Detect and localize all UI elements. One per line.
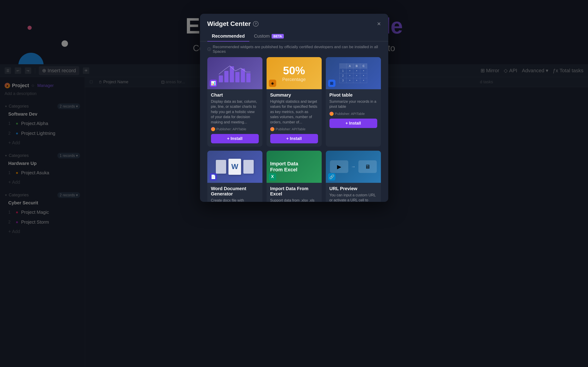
help-icon[interactable]: ? xyxy=(253,21,259,27)
widget-info-url: URL Preview You can input a custom URL o… xyxy=(326,183,381,202)
modal-info-text: Recommended widgets are published by off… xyxy=(213,45,381,54)
svg-rect-1 xyxy=(224,71,228,82)
widget-info-excel: Import Data From Excel Support data from… xyxy=(267,183,322,202)
widget-publisher-chart: Publisher: APITable xyxy=(211,127,259,131)
widget-preview-word: W 📄 xyxy=(207,151,262,183)
widget-desc-chart: Display data as bar, column, pie, line, … xyxy=(211,99,259,125)
widget-preview-pivot: ABC 1••• 2••• 3••• ⊞ xyxy=(326,57,381,89)
word-page-back xyxy=(216,160,226,174)
tab-custom[interactable]: Custom BETA xyxy=(249,31,288,41)
publisher-icon xyxy=(211,127,215,131)
word-preview-content: W xyxy=(216,159,254,175)
widget-publisher-summary: Publisher: APITable xyxy=(270,127,318,131)
widget-desc-summary: Highlight statistics and target values f… xyxy=(270,99,318,125)
url-badge-icon: 🔗 xyxy=(328,173,336,181)
install-button-pivot[interactable]: + Install xyxy=(329,119,377,128)
widget-publisher-pivot: Publisher: APITable xyxy=(329,112,377,116)
chart-badge-icon: 📊 xyxy=(210,80,217,87)
modal-title-text: Widget Center xyxy=(207,20,251,27)
tab-recommended-label: Recommended xyxy=(212,33,245,39)
svg-rect-2 xyxy=(230,66,234,82)
modal-info-bar: ⓘ Recommended widgets are published by o… xyxy=(207,45,381,54)
excel-badge-icon: X xyxy=(269,173,276,181)
widget-card-url[interactable]: ▶ → 🖥 🔗 URL Preview You can input a cust… xyxy=(326,151,381,202)
widget-card-excel[interactable]: Import DataFrom Excel X Import Data From… xyxy=(267,151,322,202)
monitor-icon: 🖥 xyxy=(365,164,370,170)
widget-info-chart: Chart Display data as bar, column, pie, … xyxy=(207,89,262,147)
install-button-chart[interactable]: + Install xyxy=(211,134,259,143)
widget-name-pivot: Pivot table xyxy=(329,92,377,98)
widget-preview-chart: 📊 xyxy=(207,57,262,89)
widget-preview-summary: 50% Percentage ◈ xyxy=(267,57,322,89)
widget-name-excel: Import Data From Excel xyxy=(270,186,318,197)
word-page-main: W xyxy=(228,159,241,175)
summary-badge-icon: ◈ xyxy=(269,80,276,87)
widget-preview-url: ▶ → 🖥 🔗 xyxy=(326,151,381,183)
summary-percent-value: 50% xyxy=(282,64,306,77)
publisher-icon-3 xyxy=(329,112,334,116)
widget-card-summary[interactable]: 50% Percentage ◈ Summary Highlight stati… xyxy=(267,57,322,147)
svg-rect-0 xyxy=(219,75,223,82)
widget-center-modal: Widget Center ? × Recommended Custom BET… xyxy=(200,14,388,202)
publisher-name: Publisher: APITable xyxy=(216,127,246,131)
beta-badge: BETA xyxy=(272,34,284,39)
widget-desc-excel: Support data from .xlsx .xls .csv files,… xyxy=(270,198,318,202)
excel-preview-title: Import DataFrom Excel xyxy=(270,161,318,173)
url-card-right: 🖥 xyxy=(358,160,377,173)
word-page-front xyxy=(243,160,254,174)
modal-header: Widget Center ? × xyxy=(200,14,388,27)
widget-card-word[interactable]: W 📄 Word Document Generator Create docx … xyxy=(207,151,262,202)
widget-card-chart[interactable]: 📊 Chart Display data as bar, column, pie… xyxy=(207,57,262,147)
widget-desc-pivot: Summarize your records in a pivot table xyxy=(329,99,377,109)
close-button[interactable]: × xyxy=(377,21,381,27)
widget-name-summary: Summary xyxy=(270,92,318,98)
widget-desc-word: Create docx file with specified fields xyxy=(211,198,259,202)
widget-name-url: URL Preview xyxy=(329,186,377,191)
summary-preview-content: 50% Percentage xyxy=(282,64,306,82)
url-card-left: ▶ xyxy=(330,160,348,173)
pivot-preview-table: ABC 1••• 2••• 3••• xyxy=(339,64,367,83)
widget-grid: 📊 Chart Display data as bar, column, pie… xyxy=(200,57,388,202)
widget-card-pivot[interactable]: ABC 1••• 2••• 3••• ⊞ Pivot table Summari… xyxy=(326,57,381,147)
widget-name-word: Word Document Generator xyxy=(211,186,259,197)
publisher-name-3: Publisher: APITable xyxy=(335,112,365,116)
widget-info-word: Word Document Generator Create docx file… xyxy=(207,183,262,202)
widget-info-pivot: Pivot table Summarize your records in a … xyxy=(326,89,381,131)
modal-title: Widget Center ? xyxy=(207,20,259,27)
widget-info-summary: Summary Highlight statistics and target … xyxy=(267,89,322,147)
play-icon: ▶ xyxy=(337,164,341,170)
tab-recommended[interactable]: Recommended xyxy=(207,31,249,41)
install-button-summary[interactable]: + Install xyxy=(270,134,318,143)
modal-overlay: Widget Center ? × Recommended Custom BET… xyxy=(0,0,588,367)
publisher-icon-2 xyxy=(270,127,274,131)
summary-label-value: Percentage xyxy=(282,77,306,82)
svg-rect-5 xyxy=(246,73,251,82)
word-letter: W xyxy=(231,162,238,171)
widget-name-chart: Chart xyxy=(211,92,259,98)
widget-desc-url: You can input a custom URL or activate a… xyxy=(329,193,377,202)
arrow-icon: → xyxy=(351,164,356,169)
publisher-name-2: Publisher: APITable xyxy=(276,127,306,131)
chart-preview-svg xyxy=(216,62,253,85)
info-icon: ⓘ xyxy=(207,47,211,52)
widget-preview-excel: Import DataFrom Excel X xyxy=(267,151,322,183)
word-badge-icon: 📄 xyxy=(210,173,217,181)
tab-custom-label: Custom xyxy=(254,33,270,39)
pivot-badge-icon: ⊞ xyxy=(328,80,336,87)
svg-rect-3 xyxy=(235,72,240,82)
modal-tabs: Recommended Custom BETA xyxy=(200,27,388,42)
